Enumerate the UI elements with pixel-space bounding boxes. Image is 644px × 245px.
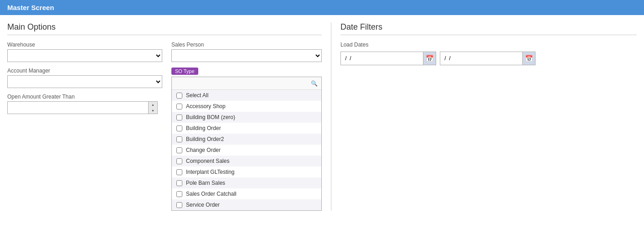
so-type-checkbox-accessory_shop[interactable]: [176, 104, 182, 109]
so-type-item-sales_order_catchall[interactable]: Sales Order Catchall: [172, 188, 321, 199]
so-type-checkbox-building_order2[interactable]: [176, 136, 182, 142]
date-input-2[interactable]: [440, 52, 522, 65]
sales-person-label: Sales Person: [171, 42, 335, 48]
warehouse-field: Warehouse: [7, 42, 162, 62]
so-type-search-icon: 🔍: [311, 80, 318, 87]
so-type-item-building_order2[interactable]: Building Order2: [172, 134, 321, 145]
so-type-item-component_sales[interactable]: Component Sales: [172, 156, 321, 167]
so-type-label-sales_order_catchall: Sales Order Catchall: [186, 191, 237, 197]
calendar-btn-1[interactable]: 📅: [423, 52, 436, 65]
so-type-items-list: Select AllAccessory ShopBuilding BOM (ze…: [172, 90, 321, 210]
so-type-area: SO Type 🔍 Select AllAccessory ShopBuildi…: [171, 68, 335, 211]
date-input-wrapper-2: 📅: [440, 52, 536, 65]
date-input-wrapper-1: 📅: [340, 52, 436, 65]
date-filters-panel: Date Filters Load Dates 📅 📅: [331, 22, 637, 211]
so-type-label-building_bom_zero: Building BOM (zero): [186, 114, 235, 120]
so-type-item-change_order[interactable]: Change Order: [172, 145, 321, 156]
so-type-label-building_order2: Building Order2: [186, 136, 224, 142]
spinner-up-btn[interactable]: ▲: [149, 102, 157, 108]
account-manager-label: Account Manager: [7, 68, 162, 74]
sales-person-select[interactable]: [171, 49, 322, 62]
so-type-label-component_sales: Component Sales: [186, 158, 229, 164]
load-dates-label: Load Dates: [340, 42, 637, 48]
date-filters-title: Date Filters: [340, 22, 637, 35]
so-type-label-accessory_shop: Accessory Shop: [186, 103, 226, 109]
so-type-checkbox-select_all[interactable]: [176, 93, 182, 99]
so-type-label-service_order: Service Order: [186, 202, 220, 208]
calendar-icon-2: 📅: [525, 55, 533, 62]
main-options-panel: Main Options Warehouse Account Manager O…: [7, 22, 331, 211]
so-type-checkbox-sales_order_catchall[interactable]: [176, 191, 182, 197]
so-type-search-input[interactable]: [172, 77, 321, 90]
sales-person-field: Sales Person: [171, 42, 335, 62]
so-type-label-change_order: Change Order: [186, 147, 221, 153]
so-type-checkbox-change_order[interactable]: [176, 147, 182, 153]
open-amount-input[interactable]: [7, 101, 149, 114]
date-input-1[interactable]: [341, 52, 423, 65]
account-manager-field: Account Manager: [7, 68, 162, 88]
so-type-item-select_all[interactable]: Select All: [172, 90, 321, 101]
app-header: Master Screen: [0, 0, 644, 15]
so-type-item-building_order[interactable]: Building Order: [172, 123, 321, 134]
so-type-item-service_order[interactable]: Service Order: [172, 199, 321, 210]
so-type-dropdown-panel: 🔍 Select AllAccessory ShopBuilding BOM (…: [171, 77, 322, 211]
open-amount-spinner[interactable]: ▲ ▼: [149, 101, 158, 114]
so-type-label-select_all: Select All: [186, 92, 208, 99]
so-type-checkbox-building_order[interactable]: [176, 125, 182, 131]
so-type-item-accessory_shop[interactable]: Accessory Shop: [172, 101, 321, 112]
account-manager-select[interactable]: [7, 75, 162, 88]
so-type-item-interplant_gltesting[interactable]: Interplant GLTesting: [172, 167, 321, 177]
open-amount-label: Open Amount Greater Than: [7, 94, 162, 100]
warehouse-label: Warehouse: [7, 42, 162, 48]
so-type-checkbox-service_order[interactable]: [176, 202, 182, 208]
header-title: Master Screen: [7, 4, 54, 11]
date-filter-row: 📅 📅: [340, 52, 637, 65]
calendar-icon-1: 📅: [426, 55, 433, 62]
so-type-label-pole_barn_sales: Pole Barn Sales: [186, 180, 225, 186]
warehouse-select[interactable]: [7, 49, 162, 62]
calendar-btn-2[interactable]: 📅: [522, 52, 535, 65]
load-dates-field: Load Dates 📅 📅: [340, 42, 637, 65]
spinner-down-btn[interactable]: ▼: [149, 108, 157, 114]
so-type-label-building_order: Building Order: [186, 125, 221, 131]
main-options-title: Main Options: [7, 22, 322, 35]
so-type-checkbox-component_sales[interactable]: [176, 158, 182, 164]
so-type-tag: SO Type: [171, 68, 198, 75]
so-type-label-interplant_gltesting: Interplant GLTesting: [186, 169, 235, 175]
so-type-checkbox-building_bom_zero[interactable]: [176, 115, 182, 120]
so-type-checkbox-interplant_gltesting[interactable]: [176, 169, 182, 175]
so-type-checkbox-pole_barn_sales[interactable]: [176, 180, 182, 186]
so-type-item-building_bom_zero[interactable]: Building BOM (zero): [172, 112, 321, 123]
open-amount-field: Open Amount Greater Than ▲ ▼: [7, 94, 162, 114]
so-type-search-wrapper: 🔍: [172, 77, 321, 90]
so-type-item-pole_barn_sales[interactable]: Pole Barn Sales: [172, 177, 321, 188]
